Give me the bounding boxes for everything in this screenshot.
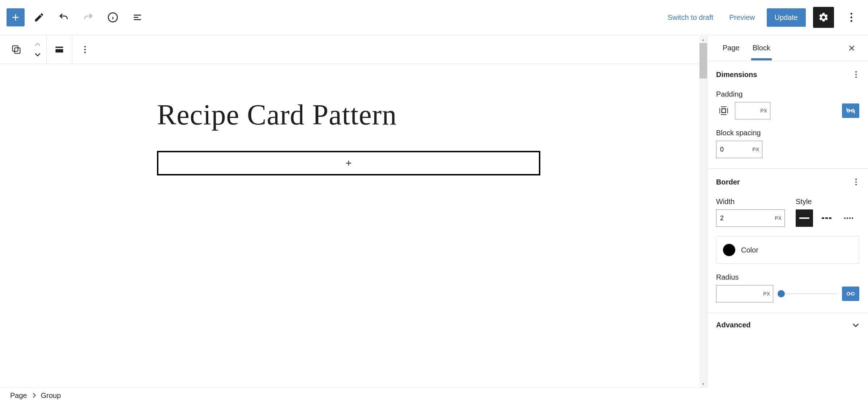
settings-toggle-button[interactable] [813, 7, 834, 28]
more-options-button[interactable] [841, 7, 861, 27]
border-radius-label: Radius [716, 273, 859, 281]
block-move-controls [30, 39, 45, 60]
advanced-title: Advanced [716, 321, 751, 329]
padding-unit[interactable]: PX [760, 108, 767, 114]
scroll-up-arrow[interactable]: ▲ [699, 36, 707, 43]
border-panel: Border Width PX Style [707, 169, 868, 313]
chevron-down-icon [852, 323, 859, 327]
group-block[interactable] [157, 151, 540, 175]
preview-button[interactable]: Preview [725, 10, 759, 25]
block-spacing-controls: PX [716, 141, 859, 158]
move-down-button[interactable] [30, 50, 45, 60]
dotted-line-icon [844, 217, 854, 219]
border-radius-slider[interactable] [778, 290, 837, 297]
border-panel-header: Border [716, 176, 859, 188]
align-button[interactable] [48, 39, 71, 60]
tab-block[interactable]: Block [746, 36, 777, 60]
link-icon [846, 291, 855, 296]
list-icon [132, 12, 143, 23]
update-button[interactable]: Update [767, 8, 806, 27]
breadcrumb: Page Group [0, 387, 707, 403]
scroll-thumb[interactable] [699, 43, 707, 79]
svg-point-11 [855, 71, 857, 73]
svg-rect-4 [13, 46, 18, 51]
redo-icon [83, 12, 94, 23]
move-up-button[interactable] [30, 39, 45, 50]
block-toolbar-group-3 [74, 35, 96, 64]
border-title: Border [716, 178, 740, 186]
svg-point-2 [851, 17, 852, 18]
tab-page[interactable]: Page [716, 36, 746, 60]
padding-sides-button[interactable] [716, 103, 731, 118]
svg-point-19 [855, 184, 857, 186]
undo-button[interactable] [54, 7, 74, 27]
color-swatch [723, 244, 735, 256]
border-width-input-wrap: PX [716, 209, 785, 227]
info-button[interactable] [103, 7, 123, 27]
border-radius-input[interactable] [719, 290, 755, 298]
padding-label: Padding [716, 90, 859, 98]
editor-canvas[interactable]: Recipe Card Pattern [0, 64, 707, 387]
pencil-icon [34, 12, 44, 23]
padding-link-button[interactable] [842, 103, 859, 118]
svg-point-26 [849, 217, 851, 219]
block-more-button[interactable] [74, 39, 96, 60]
svg-point-24 [844, 217, 846, 219]
block-spacing-unit[interactable]: PX [752, 147, 759, 152]
settings-sidebar: Page Block Dimensions Padding PX [707, 35, 868, 387]
outline-button[interactable] [127, 7, 148, 27]
advanced-panel-header[interactable]: Advanced [707, 313, 868, 337]
block-spacing-input[interactable] [720, 146, 738, 153]
canvas-content: Recipe Card Pattern [157, 98, 540, 175]
border-width-unit[interactable]: PX [775, 215, 782, 221]
svg-point-8 [84, 46, 86, 47]
scroll-down-arrow[interactable]: ▼ [699, 380, 707, 387]
redo-button[interactable] [78, 7, 98, 27]
padding-controls: PX [716, 102, 859, 119]
plus-icon [344, 159, 353, 167]
switch-to-draft-button[interactable]: Switch to draft [663, 10, 718, 25]
svg-point-13 [855, 77, 857, 78]
padding-input[interactable] [739, 107, 757, 115]
border-radius-input-wrap: PX [716, 285, 773, 302]
breadcrumb-page[interactable]: Page [10, 391, 27, 400]
breadcrumb-separator [32, 393, 36, 398]
svg-point-17 [855, 179, 857, 180]
svg-point-10 [84, 52, 86, 53]
border-width-label: Width [716, 198, 785, 206]
border-width-input[interactable] [720, 215, 771, 222]
dimensions-more-button[interactable] [853, 68, 859, 81]
svg-rect-23 [829, 217, 831, 219]
border-more-button[interactable] [853, 176, 859, 188]
svg-rect-21 [822, 217, 824, 219]
svg-point-27 [852, 217, 853, 219]
border-style-dotted-button[interactable] [841, 209, 858, 227]
border-radius-unit[interactable]: PX [763, 291, 770, 297]
border-radius-controls: PX [716, 285, 859, 302]
add-block-button[interactable] [7, 8, 25, 26]
svg-point-9 [84, 49, 86, 50]
svg-point-18 [855, 181, 857, 183]
breadcrumb-group[interactable]: Group [41, 391, 61, 400]
edit-mode-button[interactable] [29, 7, 49, 27]
block-spacing-input-wrap: PX [716, 141, 762, 158]
block-type-button[interactable] [5, 39, 27, 60]
more-vertical-icon [84, 45, 86, 54]
border-style-dashed-button[interactable] [818, 209, 835, 227]
block-toolbar-group-2 [48, 35, 71, 64]
more-vertical-icon [855, 71, 857, 79]
close-sidebar-button[interactable] [844, 41, 859, 56]
block-toolbar-group-1 [5, 35, 45, 64]
page-title[interactable]: Recipe Card Pattern [157, 98, 540, 131]
border-color-button[interactable]: Color [716, 236, 859, 264]
close-icon [848, 44, 856, 52]
top-toolbar-right: Switch to draft Preview Update [663, 7, 861, 28]
gear-icon [818, 12, 829, 23]
slider-thumb[interactable] [778, 290, 785, 297]
block-spacing-label: Block spacing [716, 129, 859, 137]
canvas-scrollbar[interactable]: ▲ ▼ [699, 36, 707, 387]
dimensions-title: Dimensions [716, 71, 757, 79]
border-style-solid-button[interactable] [796, 209, 813, 227]
radius-link-button[interactable] [842, 287, 859, 301]
border-style-buttons [796, 209, 859, 227]
